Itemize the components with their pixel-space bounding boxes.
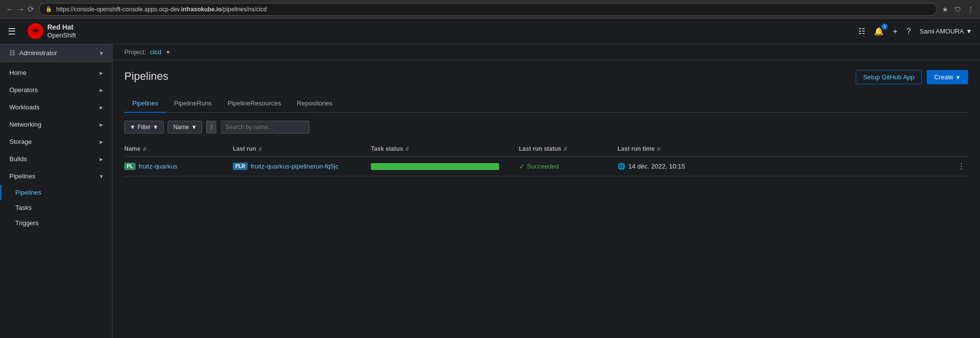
create-button[interactable]: Create ▼ — [927, 70, 968, 84]
grid-icon[interactable]: ☷ — [858, 27, 865, 36]
workloads-chevron-icon: ► — [99, 104, 104, 110]
plr-badge: PLR — [233, 163, 248, 170]
address-bar[interactable]: 🔒 https://console-openshift-console.apps… — [39, 3, 937, 16]
cell-task-status — [371, 163, 519, 170]
create-label: Create — [934, 73, 953, 81]
tab-repositories-label: Repositories — [297, 100, 332, 107]
kebab-menu-button[interactable]: ⋮ — [953, 162, 969, 170]
tab-pipelines[interactable]: Pipelines — [124, 95, 166, 113]
tab-pipelineruns[interactable]: PipelineRuns — [166, 95, 220, 113]
brand: Red Hat OpenShift — [28, 23, 76, 39]
main-body: ☷ Administrator ▼ Home ► Operators ► Wo — [0, 44, 980, 338]
tab-pipelines-label: Pipelines — [132, 100, 158, 107]
browser-nav-buttons: ← → ⟳ — [6, 4, 34, 14]
name-select-button[interactable]: Name ▼ — [168, 121, 202, 134]
project-label: Project: — [124, 48, 146, 56]
sidebar-item-home[interactable]: Home ► — [0, 64, 112, 81]
status-text: Succeeded — [527, 163, 559, 170]
forward-button[interactable]: → — [17, 5, 25, 14]
sidebar-subitem-tasks-label: Tasks — [15, 204, 32, 211]
home-item-left: Home — [9, 69, 27, 76]
user-menu[interactable]: Sami AMOURA ▼ — [920, 28, 972, 35]
filter-label: Filter — [138, 124, 151, 131]
sidebar-subitem-triggers-label: Triggers — [15, 219, 38, 227]
cell-name: PL fruitz-quarkus — [124, 163, 233, 170]
plus-icon[interactable]: + — [893, 27, 897, 36]
sidebar-item-builds[interactable]: Builds ► — [0, 150, 112, 168]
networking-chevron-icon: ► — [99, 122, 104, 128]
tab-pipelineresources[interactable]: PipelineResources — [219, 95, 289, 113]
time-text: 14 déc. 2022, 10:15 — [628, 163, 685, 170]
header-actions: Setup GitHub App Create ▼ — [856, 70, 968, 84]
nav-icons: ☷ 🔔 5 + ? Sami AMOURA ▼ — [858, 27, 972, 36]
col-name: Name ⇵ — [124, 145, 233, 152]
cell-kebab: ⋮ — [953, 162, 968, 171]
star-icon[interactable]: ★ — [942, 5, 948, 13]
col-last-run-status-label: Last run status — [519, 145, 561, 152]
table-row: PL fruitz-quarkus PLR fruitz-quarkus-pip… — [124, 157, 968, 176]
content-area: Project: cicd ▼ Pipelines Setup GitHub A… — [112, 44, 980, 338]
url-domain: infrasokube.io — [181, 6, 221, 13]
search-input[interactable] — [220, 121, 309, 134]
col-last-run-status: Last run status ⇵ — [519, 145, 617, 152]
brand-line1: Red Hat — [47, 23, 76, 32]
setup-github-button[interactable]: Setup GitHub App — [856, 70, 922, 84]
app: ☰ Red Hat OpenShift ☷ 🔔 5 + ? Sa — [0, 19, 980, 338]
filter-button[interactable]: ▼ Filter ▼ — [124, 121, 164, 134]
admin-item-left: ☷ Administrator — [9, 49, 57, 57]
sidebar-subitem-triggers[interactable]: Triggers — [0, 215, 112, 231]
sidebar-admin-button[interactable]: ☷ Administrator ▼ — [0, 44, 112, 62]
browser-right-icons: ★ 🛡 ⋮ — [942, 5, 974, 13]
menu-icon[interactable]: ⋮ — [967, 5, 974, 13]
col-task-status: Task status ⇵ — [371, 145, 519, 152]
sidebar-item-storage[interactable]: Storage ► — [0, 133, 112, 150]
progress-bar-fill — [371, 163, 499, 170]
shield-icon: 🛡 — [954, 5, 961, 13]
sidebar-item-operators[interactable]: Operators ► — [0, 81, 112, 99]
col-name-sort-icon[interactable]: ⇵ — [143, 146, 146, 152]
home-chevron-icon: ► — [99, 70, 104, 76]
top-nav: ☰ Red Hat OpenShift ☷ 🔔 5 + ? Sa — [0, 19, 980, 44]
pipelines-label: Pipelines — [9, 172, 36, 180]
brand-text: Red Hat OpenShift — [47, 23, 76, 39]
sidebar-item-networking[interactable]: Networking ► — [0, 116, 112, 133]
project-name[interactable]: cicd — [150, 48, 161, 56]
col-last-run-status-sort-icon[interactable]: ⇵ — [563, 146, 567, 152]
filter-icon: ▼ — [130, 124, 136, 131]
hamburger-menu[interactable]: ☰ — [8, 26, 16, 37]
reload-button[interactable]: ⟳ — [28, 4, 34, 14]
tab-repositories[interactable]: Repositories — [289, 95, 340, 113]
storage-item-left: Storage — [9, 138, 32, 145]
sidebar-subitem-tasks[interactable]: Tasks — [0, 200, 112, 215]
user-name: Sami AMOURA — [920, 28, 964, 35]
pipelines-chevron-icon: ▼ — [99, 173, 104, 179]
admin-label: Administrator — [19, 49, 57, 57]
pipeline-name-link[interactable]: fruitz-quarkus — [139, 163, 178, 170]
col-last-run-time-sort-icon[interactable]: ⇵ — [656, 146, 660, 152]
sidebar-item-pipelines[interactable]: Pipelines ▼ — [0, 168, 112, 185]
operators-chevron-icon: ► — [99, 87, 104, 93]
help-icon[interactable]: ? — [907, 27, 911, 36]
cell-last-run-status: ✓ Succeeded — [519, 163, 617, 170]
col-task-status-label: Task status — [371, 145, 403, 152]
filter-bar: ▼ Filter ▼ Name ▼ / — [124, 121, 968, 134]
bell-icon[interactable]: 🔔 5 — [874, 27, 884, 36]
page-header: Pipelines Setup GitHub App Create ▼ — [124, 70, 968, 91]
success-icon: ✓ — [519, 163, 525, 170]
builds-item-left: Builds — [9, 155, 27, 163]
storage-chevron-icon: ► — [99, 139, 104, 145]
progress-bar-container — [371, 163, 499, 170]
sidebar-item-workloads[interactable]: Workloads ► — [0, 99, 112, 116]
brand-line2: OpenShift — [47, 32, 76, 39]
lock-icon: 🔒 — [45, 6, 52, 12]
admin-chevron-icon: ▼ — [99, 50, 104, 56]
pipelinerun-link[interactable]: fruitz-quarkus-pipelinerun-fq5jc — [251, 163, 338, 170]
sidebar-subitem-pipelines[interactable]: Pipelines — [0, 185, 112, 200]
admin-icon: ☷ — [9, 49, 15, 57]
project-dropdown-arrow[interactable]: ▼ — [165, 49, 171, 55]
col-task-status-sort-icon[interactable]: ⇵ — [405, 146, 409, 152]
col-last-run-label: Last run — [233, 145, 256, 152]
name-select-label: Name — [173, 124, 189, 131]
back-button[interactable]: ← — [6, 5, 14, 14]
col-last-run-sort-icon[interactable]: ⇵ — [258, 146, 262, 152]
